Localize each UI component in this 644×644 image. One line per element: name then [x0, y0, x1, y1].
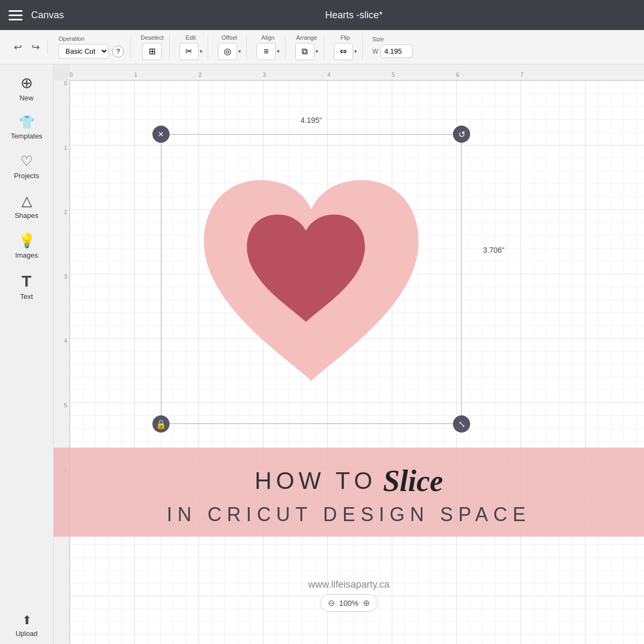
edit-group: Edit ✂ ▾ [174, 34, 208, 60]
ruler-left: 0 1 2 3 4 5 6 [54, 80, 70, 644]
sidebar-item-images[interactable]: 💡 Images [3, 227, 50, 265]
top-bar: Canvas Hearts -slice* [0, 0, 644, 30]
flip-button[interactable]: ⇔ [334, 43, 353, 60]
redo-icon: ↪ [32, 42, 40, 52]
sidebar-item-upload[interactable]: ⬆ Upload [3, 607, 50, 644]
operation-label: Operation [58, 35, 84, 42]
align-label: Align [261, 34, 274, 41]
edit-button[interactable]: ✂ [179, 43, 199, 60]
operation-group: Operation Basic Cut ? [52, 35, 131, 58]
zoom-out-button[interactable]: ⊖ [328, 598, 335, 608]
arrange-label: Arrange [296, 34, 317, 41]
sidebar-label-templates: Templates [11, 132, 42, 140]
operation-select[interactable]: Basic Cut [58, 44, 109, 58]
edit-label: Edit [186, 34, 196, 41]
sidebar-item-shapes[interactable]: △ Shapes [3, 187, 50, 225]
templates-icon: 👕 [19, 115, 35, 130]
dimension-height: 3.706" [483, 246, 504, 254]
offset-group: Offset ◎ ▾ [213, 34, 247, 60]
images-icon: 💡 [18, 232, 35, 249]
shapes-icon: △ [21, 193, 32, 209]
sidebar-item-projects[interactable]: ♡ Projects [3, 148, 50, 185]
projects-icon: ♡ [20, 153, 33, 170]
help-button[interactable]: ? [112, 46, 124, 57]
dimension-width: 4.195" [297, 115, 325, 126]
undo-icon: ↩ [14, 42, 22, 52]
size-w-input[interactable] [380, 45, 413, 58]
banner-how-to: HOW TO [254, 467, 376, 494]
sidebar: ⊕ New 👕 Templates ♡ Projects △ Shapes 💡 … [0, 64, 54, 644]
banner-line1: HOW TO Slice [64, 464, 633, 498]
sidebar-item-new[interactable]: ⊕ New [3, 69, 50, 107]
banner-slice-word: Slice [383, 464, 443, 498]
website-url: www.lifeisaparty.ca [54, 579, 644, 590]
main-area: ⊕ New 👕 Templates ♡ Projects △ Shapes 💡 … [0, 64, 644, 644]
new-icon: ⊕ [20, 74, 33, 92]
sidebar-item-text[interactable]: T Text [3, 267, 50, 306]
arrange-group: Arrange ⧉ ▾ [290, 34, 324, 60]
arrange-button[interactable]: ⧉ [295, 43, 314, 60]
design-area[interactable]: 4.195" 3.706" ✕ ↺ 🔒 ⤡ [161, 134, 462, 424]
sidebar-label-new: New [19, 94, 33, 102]
zoom-in-button[interactable]: ⊕ [363, 598, 370, 608]
undo-button[interactable]: ↩ [11, 40, 25, 54]
sidebar-label-upload: Upload [16, 630, 38, 638]
sidebar-label-projects: Projects [14, 172, 39, 180]
deselect-button[interactable]: ⊞ [142, 43, 162, 60]
text-icon: T [21, 272, 31, 290]
sidebar-label-text: Text [20, 292, 33, 301]
deselect-label: Deselect [141, 34, 164, 41]
upload-icon: ⬆ [22, 613, 32, 627]
doc-title: Hearts -slice* [72, 10, 635, 21]
redo-button[interactable]: ↪ [28, 40, 43, 54]
offset-button[interactable]: ◎ [218, 43, 237, 60]
canvas-label: Canvas [31, 10, 64, 21]
sidebar-label-images: Images [15, 251, 38, 259]
ruler-top: 0 1 2 3 4 5 6 7 [70, 64, 644, 80]
canvas-area: 0 1 2 3 4 5 6 7 0 1 2 3 4 5 6 [54, 64, 644, 644]
size-group: Size W [367, 36, 418, 58]
handle-bottom-left[interactable]: 🔒 [152, 415, 170, 433]
align-group: Align ≡ ▾ [251, 34, 286, 60]
handle-top-left[interactable]: ✕ [152, 126, 170, 143]
size-w-label: W [372, 48, 378, 55]
grid-canvas: 4.195" 3.706" ✕ ↺ 🔒 ⤡ [70, 80, 644, 644]
heart-small[interactable] [231, 199, 381, 338]
handle-top-right[interactable]: ↺ [453, 126, 470, 143]
align-button[interactable]: ≡ [257, 43, 276, 60]
flip-group: Flip ⇔ ▾ [328, 34, 363, 60]
sidebar-label-shapes: Shapes [14, 211, 38, 219]
deselect-group: Deselect ⊞ [135, 34, 170, 60]
banner-line2: IN CRICUT DESIGN SPACE [64, 503, 633, 526]
offset-label: Offset [222, 34, 237, 41]
banner-overlay: HOW TO Slice IN CRICUT DESIGN SPACE [54, 448, 644, 537]
handle-bottom-right[interactable]: ⤡ [453, 415, 470, 433]
zoom-controls: ⊖ 100% ⊕ [320, 594, 378, 612]
flip-label: Flip [340, 34, 350, 41]
sidebar-item-templates[interactable]: 👕 Templates [3, 109, 50, 145]
hamburger-icon[interactable] [9, 10, 23, 20]
undo-redo-group: ↩ ↪ [6, 40, 48, 54]
toolbar: ↩ ↪ Operation Basic Cut ? Deselect ⊞ Edi… [0, 30, 644, 64]
size-label: Size [372, 36, 384, 42]
zoom-level: 100% [339, 599, 358, 608]
